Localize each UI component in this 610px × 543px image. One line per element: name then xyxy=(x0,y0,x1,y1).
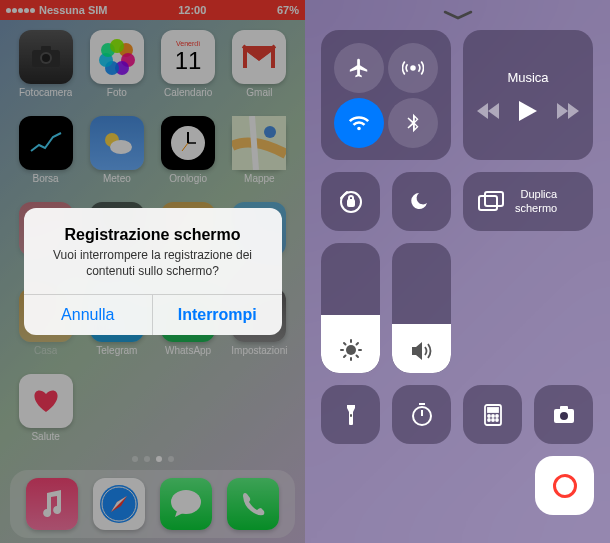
alert-dim-overlay: Registrazione schermo Vuoi interrompere … xyxy=(0,0,305,543)
svg-point-42 xyxy=(488,419,490,421)
record-icon xyxy=(553,474,577,498)
svg-rect-23 xyxy=(485,192,503,206)
svg-line-31 xyxy=(344,356,346,358)
bluetooth-button[interactable] xyxy=(388,98,438,148)
calculator-button[interactable] xyxy=(463,385,522,444)
svg-point-39 xyxy=(488,415,490,417)
volume-slider[interactable] xyxy=(392,243,451,373)
alert-cancel-button[interactable]: Annulla xyxy=(24,295,154,335)
rewind-icon[interactable] xyxy=(477,103,499,119)
play-icon[interactable] xyxy=(519,101,537,121)
music-label: Musica xyxy=(507,70,548,85)
airplane-mode-button[interactable] xyxy=(334,43,384,93)
flashlight-button[interactable] xyxy=(321,385,380,444)
svg-line-29 xyxy=(344,343,346,345)
phone-control-center: Musica Duplicaschermo xyxy=(305,0,610,543)
camera-button[interactable] xyxy=(534,385,593,444)
screen-mirroring-icon xyxy=(477,190,505,214)
cellular-data-button[interactable] xyxy=(388,43,438,93)
forward-icon[interactable] xyxy=(557,103,579,119)
screen-record-button[interactable] xyxy=(535,456,594,515)
alert-message: Vuoi interrompere la registrazione dei c… xyxy=(38,248,268,279)
svg-point-24 xyxy=(346,345,356,355)
svg-point-43 xyxy=(492,419,494,421)
volume-icon xyxy=(410,341,434,361)
do-not-disturb-button[interactable] xyxy=(392,172,451,231)
svg-line-32 xyxy=(356,343,358,345)
alert-title: Registrazione schermo xyxy=(38,226,268,244)
chevron-down-icon[interactable] xyxy=(443,10,473,20)
svg-line-30 xyxy=(356,356,358,358)
alert-dialog: Registrazione schermo Vuoi interrompere … xyxy=(24,208,282,334)
svg-point-40 xyxy=(492,415,494,417)
music-tile[interactable]: Musica xyxy=(463,30,593,160)
svg-rect-47 xyxy=(560,406,568,410)
wifi-button[interactable] xyxy=(334,98,384,148)
svg-point-19 xyxy=(410,65,416,71)
svg-point-44 xyxy=(496,419,498,421)
brightness-icon xyxy=(340,339,362,361)
screen-mirroring-button[interactable]: Duplicaschermo xyxy=(463,172,593,231)
timer-button[interactable] xyxy=(392,385,451,444)
svg-rect-22 xyxy=(479,196,497,210)
svg-rect-38 xyxy=(488,408,498,412)
connectivity-tile xyxy=(321,30,451,160)
svg-rect-21 xyxy=(348,200,354,206)
orientation-lock-button[interactable] xyxy=(321,172,380,231)
svg-point-46 xyxy=(560,412,568,420)
phone-home-screen: Nessuna SIM 12:00 67% Fotocamera Foto Ve… xyxy=(0,0,305,543)
svg-point-41 xyxy=(496,415,498,417)
brightness-slider[interactable] xyxy=(321,243,380,373)
svg-rect-33 xyxy=(350,414,352,417)
alert-confirm-button[interactable]: Interrompi xyxy=(153,295,282,335)
